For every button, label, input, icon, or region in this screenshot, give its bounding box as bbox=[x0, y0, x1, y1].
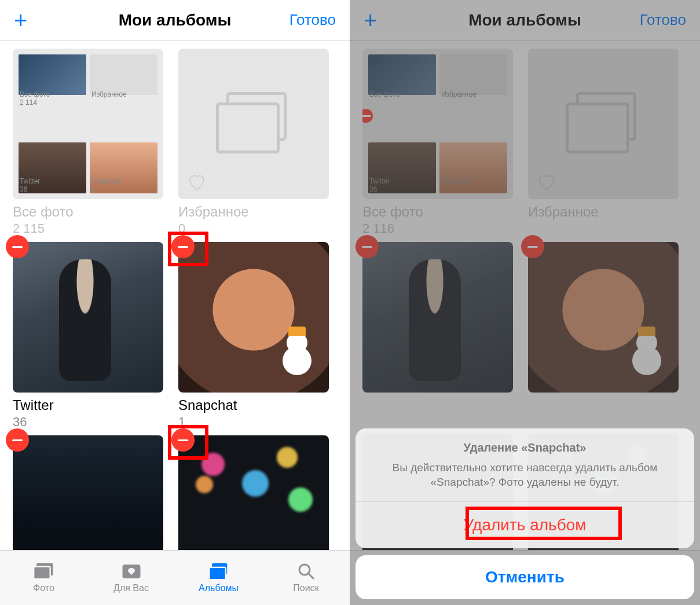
album-thumb bbox=[178, 49, 329, 199]
album-count: 2 116 bbox=[362, 221, 513, 236]
album-thumb bbox=[13, 242, 163, 393]
album-thumb: Все фото 2 114 Избранное Twitter 36 Snap… bbox=[13, 49, 163, 199]
tab-search[interactable]: Поиск bbox=[262, 551, 350, 605]
svg-rect-1 bbox=[34, 567, 50, 579]
cancel-button[interactable]: Отменить bbox=[356, 555, 694, 599]
delete-badge[interactable] bbox=[521, 235, 544, 258]
action-sheet-title: Удаление «Snapchat» bbox=[371, 441, 679, 454]
album-title: Избранное bbox=[528, 204, 679, 220]
album-count: 36 bbox=[13, 415, 163, 430]
album-count: 2 115 bbox=[13, 221, 163, 236]
done-button[interactable]: Готово bbox=[289, 11, 336, 29]
action-sheet-header: Удаление «Snapchat» Вы действительно хот… bbox=[356, 428, 694, 502]
delete-badge[interactable] bbox=[6, 428, 29, 452]
add-button[interactable]: + bbox=[14, 9, 27, 32]
heart-icon bbox=[186, 171, 207, 192]
tab-photos[interactable]: Фото bbox=[0, 551, 87, 605]
heart-icon bbox=[536, 171, 557, 192]
delete-badge[interactable] bbox=[356, 235, 379, 258]
album-snapchat[interactable]: Snapchat 1 bbox=[178, 242, 329, 430]
snowman-sticker bbox=[277, 317, 317, 375]
action-sheet-card: Удаление «Snapchat» Вы действительно хот… bbox=[356, 428, 694, 548]
tabbar: Фото Для Вас Альбомы Поиск bbox=[0, 550, 350, 605]
svg-rect-4 bbox=[209, 567, 226, 580]
album-favorites[interactable]: Избранное bbox=[528, 49, 679, 236]
albums-grid: Все фото 2 114 Избранное Twitter 36 Snap… bbox=[0, 41, 350, 550]
tab-albums[interactable]: Альбомы bbox=[175, 551, 262, 605]
album-item[interactable] bbox=[13, 435, 163, 550]
photos-icon bbox=[33, 562, 55, 581]
delete-badge[interactable] bbox=[6, 235, 29, 258]
done-button[interactable]: Готово bbox=[640, 11, 686, 29]
screen-edit-albums: + Мои альбомы Готово Все фото 2 114 Избр… bbox=[0, 0, 350, 605]
album-thumb bbox=[528, 242, 679, 393]
album-title: Snapchat bbox=[178, 397, 329, 413]
album-thumb bbox=[362, 242, 513, 393]
album-title: Избранное bbox=[178, 204, 329, 220]
empty-album-icon bbox=[216, 92, 291, 156]
add-button[interactable]: + bbox=[364, 9, 377, 32]
album-title: Все фото bbox=[13, 204, 163, 220]
navbar: + Мои альбомы Готово bbox=[350, 0, 700, 41]
album-thumb: Все фото Избранное Twitter 36 Snapchat bbox=[362, 49, 513, 199]
svg-line-6 bbox=[309, 574, 313, 578]
navbar: + Мои альбомы Готово bbox=[0, 0, 350, 41]
album-twitter[interactable] bbox=[362, 242, 513, 393]
action-sheet-message: Вы действительно хотите навсегда удалить… bbox=[371, 460, 679, 490]
highlight-box bbox=[168, 425, 208, 460]
album-snapchat[interactable] bbox=[528, 242, 679, 393]
album-twitter[interactable]: Twitter 36 bbox=[13, 242, 163, 430]
albums-icon bbox=[208, 562, 230, 581]
album-favorites[interactable]: Избранное 0 bbox=[178, 49, 329, 236]
album-item[interactable] bbox=[178, 435, 329, 550]
highlight-box bbox=[168, 232, 208, 266]
album-title: Все фото bbox=[362, 204, 513, 220]
tab-for-you[interactable]: Для Вас bbox=[87, 551, 175, 605]
album-title: Twitter bbox=[13, 397, 163, 413]
album-thumb bbox=[13, 435, 163, 550]
album-thumb bbox=[528, 49, 679, 199]
screen-delete-confirm: + Мои альбомы Готово Все фото Избранное … bbox=[350, 0, 700, 605]
album-all-photos[interactable]: Все фото Избранное Twitter 36 Snapchat В… bbox=[362, 49, 513, 236]
for-you-icon bbox=[120, 562, 142, 581]
album-all-photos[interactable]: Все фото 2 114 Избранное Twitter 36 Snap… bbox=[13, 49, 163, 236]
empty-album-icon bbox=[566, 92, 641, 156]
highlight-box bbox=[466, 507, 622, 540]
snowman-sticker bbox=[626, 317, 667, 375]
search-icon bbox=[295, 562, 317, 581]
action-sheet: Удаление «Snapchat» Вы действительно хот… bbox=[356, 428, 694, 599]
